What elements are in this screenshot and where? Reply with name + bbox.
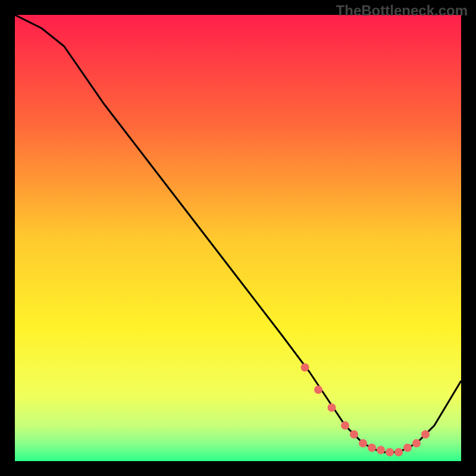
watermark-text: TheBottleneck.com — [336, 2, 468, 19]
data-point — [403, 444, 412, 452]
data-point — [421, 430, 430, 439]
data-point — [359, 439, 367, 447]
data-point — [328, 403, 336, 412]
data-point — [377, 446, 385, 454]
data-point — [314, 386, 322, 394]
data-point — [341, 421, 349, 430]
curve-line — [15, 15, 461, 452]
data-point — [368, 444, 376, 452]
chart-container: TheBottleneck.com — [0, 0, 476, 476]
curve-overlay — [15, 15, 461, 461]
data-point — [412, 439, 421, 447]
data-point — [301, 364, 309, 372]
data-point — [386, 448, 394, 456]
curve-markers — [301, 364, 430, 457]
data-point — [394, 448, 403, 456]
plot-area — [15, 15, 461, 461]
data-point — [350, 430, 358, 439]
